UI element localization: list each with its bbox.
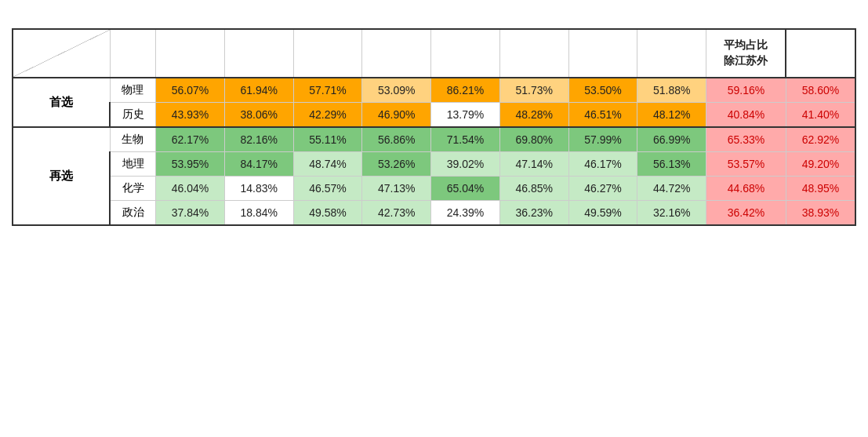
cell-1-2-5: 46.85% [499,177,568,201]
cell-1-1-1: 84.17% [224,152,293,177]
header-province-fujian [568,29,637,78]
header-row: 平均占比除江苏外 [13,29,855,78]
cell-1-3-4: 24.39% [431,201,500,226]
cell-0-1-7: 48.12% [637,103,706,128]
cell-1-0-0: 62.17% [156,127,225,152]
subject-0-1: 历史 [110,103,155,128]
cell-1-3-7: 32.16% [637,201,706,226]
cell-0-0-2: 57.71% [293,78,362,103]
cell-1-1-3: 53.26% [362,152,431,177]
avg2-0-0: 58.60% [786,78,855,103]
header-province-chongqing [499,29,568,78]
category-1: 再选 [13,127,110,225]
cell-1-2-6: 46.27% [568,177,637,201]
header-province-hebei [224,29,293,78]
avg1-1-2: 44.68% [706,177,786,201]
header-avg1 [637,29,706,78]
avg1-1-0: 65.33% [706,127,786,152]
avg2-1-0: 62.92% [786,127,855,152]
avg2-0-1: 41.40% [786,103,855,128]
cell-1-0-4: 71.54% [431,127,500,152]
cell-1-2-1: 14.83% [224,177,293,201]
cell-0-0-6: 53.50% [568,78,637,103]
header-province-hubei [431,29,500,78]
cell-0-1-5: 48.28% [499,103,568,128]
avg1-1-1: 53.57% [706,152,786,177]
cell-1-1-4: 39.02% [431,152,500,177]
cell-0-0-4: 86.21% [431,78,500,103]
cell-1-3-5: 36.23% [499,201,568,226]
cell-0-0-5: 51.73% [499,78,568,103]
subject-1-0: 生物 [110,127,155,152]
cell-1-0-3: 56.86% [362,127,431,152]
cell-0-1-0: 43.93% [156,103,225,128]
cell-0-1-1: 38.06% [224,103,293,128]
cell-1-3-1: 18.84% [224,201,293,226]
cell-1-2-3: 47.13% [362,177,431,201]
cell-0-1-3: 46.90% [362,103,431,128]
cell-1-1-0: 53.95% [156,152,225,177]
header-province-guangdong [110,29,155,78]
cell-1-1-5: 47.14% [499,152,568,177]
avg1-0-0: 59.16% [706,78,786,103]
avg2-1-3: 38.93% [786,201,855,226]
cell-1-1-2: 48.74% [293,152,362,177]
header-province-jiangsu [156,29,225,78]
page-wrapper: 平均占比除江苏外 首选物理56.07%61.94%57.71%53.09%86.… [0,0,868,238]
subject-1-3: 政治 [110,201,155,226]
cell-0-0-1: 61.94% [224,78,293,103]
subject-0-0: 物理 [110,78,155,103]
cell-1-3-0: 37.84% [156,201,225,226]
cell-1-3-6: 49.59% [568,201,637,226]
cell-1-0-5: 69.80% [499,127,568,152]
avg1-0-1: 40.84% [706,103,786,128]
cell-1-1-6: 46.17% [568,152,637,177]
cell-0-0-7: 51.88% [637,78,706,103]
cell-1-3-3: 42.73% [362,201,431,226]
cell-1-1-7: 56.13% [637,152,706,177]
cell-0-0-0: 56.07% [156,78,225,103]
cell-1-2-2: 46.57% [293,177,362,201]
cell-1-2-4: 65.04% [431,177,500,201]
subject-1-2: 化学 [110,177,155,201]
cell-1-0-6: 57.99% [568,127,637,152]
cell-1-2-7: 44.72% [637,177,706,201]
cell-1-0-7: 66.99% [637,127,706,152]
cell-0-1-2: 42.29% [293,103,362,128]
cell-1-0-2: 55.11% [293,127,362,152]
subject-1-1: 地理 [110,152,155,177]
header-province-liaoning [362,29,431,78]
header-avg2: 平均占比除江苏外 [706,29,786,78]
cell-1-2-0: 46.04% [156,177,225,201]
header-province-hunan [293,29,362,78]
avg2-1-1: 49.20% [786,152,855,177]
avg1-1-3: 36.42% [706,201,786,226]
cell-0-0-3: 53.09% [362,78,431,103]
category-0: 首选 [13,78,110,127]
main-title [12,8,856,22]
cell-0-1-6: 46.51% [568,103,637,128]
avg2-1-2: 48.95% [786,177,855,201]
cell-0-1-4: 13.79% [431,103,500,128]
data-table: 平均占比除江苏外 首选物理56.07%61.94%57.71%53.09%86.… [12,28,856,226]
corner-cell [13,29,110,78]
cell-1-0-1: 82.16% [224,127,293,152]
cell-1-3-2: 49.58% [293,201,362,226]
